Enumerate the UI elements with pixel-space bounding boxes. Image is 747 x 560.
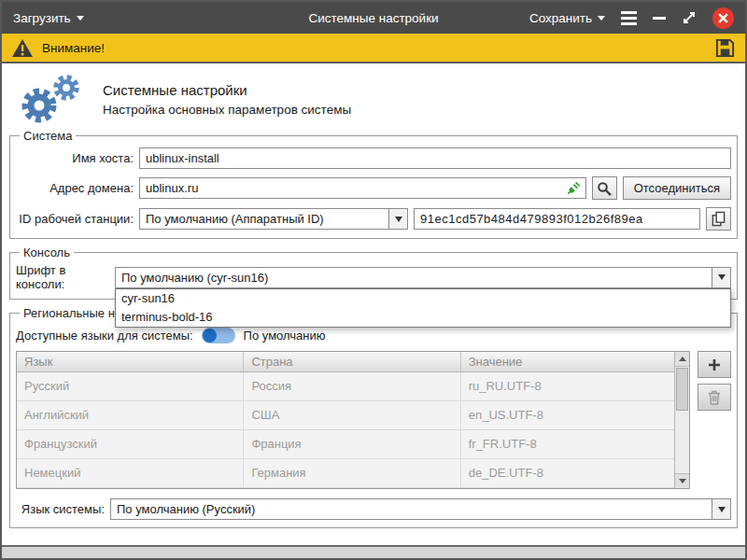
table-cell: Русский [17, 371, 244, 400]
minimize-button[interactable] [653, 17, 666, 20]
page-title: Системные настройки [103, 82, 351, 98]
warning-bar: Внимание! [2, 34, 745, 63]
warning-label: Внимание! [42, 41, 105, 55]
add-language-button[interactable] [698, 351, 731, 378]
scrollbar-thumb[interactable] [676, 368, 688, 411]
scroll-up-button[interactable] [675, 352, 689, 367]
table-cell: de_DE.UTF-8 [460, 458, 674, 487]
available-languages-label: Доступные языки для системы: [16, 329, 193, 343]
dropdown-arrow-icon [718, 507, 726, 512]
table-row[interactable]: РусскийРоссияru_RU.UTF-8 [17, 371, 674, 400]
floppy-icon [714, 37, 736, 59]
table-cell: ru_RU.UTF-8 [460, 371, 674, 400]
plus-icon [707, 357, 722, 372]
save-button[interactable] [714, 37, 736, 59]
table-row[interactable]: ФранцузскийФранцияfr_FR.UTF-8 [17, 429, 674, 458]
close-icon [718, 13, 728, 23]
table-cell: США [244, 400, 460, 429]
locale-table-body: РусскийРоссияru_RU.UTF-8АнглийскийСШАen_… [17, 371, 674, 488]
expand-icon [682, 10, 697, 25]
table-cell: fr_FR.UTF-8 [460, 429, 674, 458]
disconnect-button[interactable]: Отсоединиться [623, 176, 731, 200]
app-header: Системные настройки Настройка основных п… [9, 67, 738, 129]
column-header[interactable]: Значение [460, 352, 674, 371]
table-cell: Франция [244, 429, 460, 458]
system-settings-window: Системные настройки Загрузить Сохранить [0, 0, 747, 560]
dropdown-arrow-icon [395, 217, 402, 222]
dropdown-option[interactable]: cyr-sun16 [116, 289, 730, 308]
column-header[interactable]: Страна [244, 352, 460, 371]
trash-icon [708, 390, 721, 405]
toggle-state-label: По умолчанию [244, 329, 326, 343]
scroll-up-icon [679, 357, 686, 361]
domain-input[interactable] [139, 177, 586, 199]
table-cell: Германия [244, 458, 460, 487]
station-id-label: ID рабочей станции: [16, 212, 134, 226]
window-bottom-edge [2, 547, 745, 558]
hamburger-menu-button[interactable] [621, 11, 637, 25]
locale-table-header-row: ЯзыкСтранаЗначение [17, 352, 674, 371]
console-font-label: Шрифт в консоли: [16, 263, 109, 291]
titlebar: Системные настройки Загрузить Сохранить [2, 2, 745, 34]
search-icon [597, 181, 612, 196]
maximize-button[interactable] [682, 10, 697, 25]
plug-connected-icon [567, 181, 581, 195]
close-button[interactable] [712, 7, 734, 29]
languages-table-frame: ЯзыкСтранаЗначение РусскийРоссияru_RU.UT… [16, 351, 690, 489]
load-menu-label: Загрузить [13, 11, 71, 25]
domain-label: Адрес домена: [16, 181, 134, 195]
table-cell: en_US.UTF-8 [460, 400, 674, 429]
hamburger-icon [621, 11, 637, 14]
scroll-down-icon [679, 479, 686, 483]
page-subtitle: Настройка основных параметров системы [103, 103, 351, 117]
copy-id-button[interactable] [706, 207, 731, 231]
system-group-legend: Система [20, 129, 76, 143]
console-group: Консоль Шрифт в консоли: По умолчанию (c… [9, 245, 738, 300]
font-dropdown-list: cyr-sun16terminus-bold-16 [115, 288, 731, 328]
default-languages-toggle[interactable] [202, 328, 235, 343]
caret-down-icon [598, 16, 605, 21]
content-area: Системные настройки Настройка основных п… [2, 63, 745, 547]
console-group-legend: Консоль [20, 245, 74, 259]
regional-group: Региональные настройки Доступные языки д… [9, 306, 738, 528]
warning-icon [11, 38, 34, 58]
system-language-select[interactable]: По умолчанию (Русский) [110, 498, 731, 520]
languages-table: ЯзыкСтранаЗначение РусскийРоссияru_RU.UT… [17, 352, 674, 488]
table-cell: Английский [17, 400, 244, 429]
dropdown-arrow-icon [718, 274, 726, 280]
save-menu-label: Сохранить [529, 11, 592, 25]
toggle-knob [203, 329, 217, 343]
caret-down-icon [77, 16, 84, 21]
search-domain-button[interactable] [592, 176, 617, 200]
copy-icon [712, 211, 726, 227]
station-id-selected-value: По умолчанию (Аппаратный ID) [140, 209, 388, 229]
gears-icon [13, 72, 88, 126]
table-scrollbar[interactable] [674, 352, 689, 488]
hostname-label: Имя хоста: [16, 151, 134, 165]
table-cell: Россия [244, 371, 460, 400]
station-id-select[interactable]: По умолчанию (Аппаратный ID) [139, 208, 408, 230]
console-font-select[interactable]: По умолчанию (cyr-sun16) [115, 267, 731, 288]
scroll-down-button[interactable] [675, 473, 689, 488]
save-menu-button[interactable]: Сохранить [529, 11, 605, 25]
table-cell: Немецкий [17, 458, 244, 487]
column-header[interactable]: Язык [17, 352, 244, 371]
hostname-input[interactable] [139, 147, 731, 169]
load-menu-button[interactable]: Загрузить [13, 11, 84, 25]
table-row[interactable]: АнглийскийСШАen_US.UTF-8 [17, 400, 674, 429]
table-cell: Французский [17, 429, 244, 458]
console-font-selected-value: По умолчанию (cyr-sun16) [116, 268, 712, 287]
delete-language-button[interactable] [698, 384, 731, 411]
system-language-selected-value: По умолчанию (Русский) [111, 499, 712, 519]
system-group: Система Имя хоста: Адрес домена: [9, 129, 738, 239]
station-id-value-field [414, 208, 700, 230]
dropdown-option[interactable]: terminus-bold-16 [116, 308, 730, 327]
table-row[interactable]: НемецкийГерманияde_DE.UTF-8 [17, 458, 674, 487]
system-language-label: Язык системы: [16, 502, 105, 516]
languages-table-zone: ЯзыкСтранаЗначение РусскийРоссияru_RU.UT… [16, 351, 731, 489]
